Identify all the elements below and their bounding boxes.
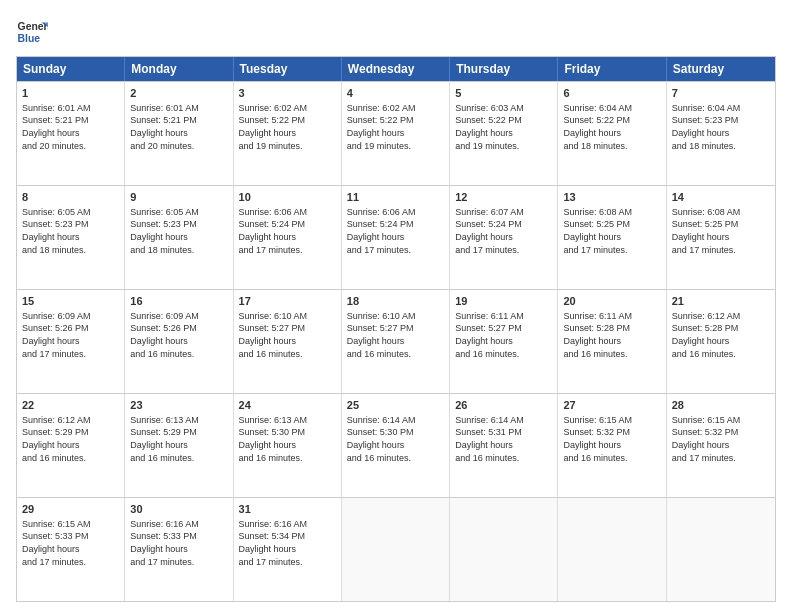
cal-cell: 9Sunrise: 6:05 AMSunset: 5:23 PMDaylight… [125, 186, 233, 289]
day-number: 2 [130, 86, 227, 101]
day-number: 16 [130, 294, 227, 309]
day-number: 13 [563, 190, 660, 205]
cal-cell: 13Sunrise: 6:08 AMSunset: 5:25 PMDayligh… [558, 186, 666, 289]
cal-cell: 3Sunrise: 6:02 AMSunset: 5:22 PMDaylight… [234, 82, 342, 185]
cal-cell: 1Sunrise: 6:01 AMSunset: 5:21 PMDaylight… [17, 82, 125, 185]
day-info: Sunrise: 6:09 AMSunset: 5:26 PMDaylight … [22, 310, 119, 360]
cal-cell: 18Sunrise: 6:10 AMSunset: 5:27 PMDayligh… [342, 290, 450, 393]
day-info: Sunrise: 6:07 AMSunset: 5:24 PMDaylight … [455, 206, 552, 256]
day-info: Sunrise: 6:04 AMSunset: 5:23 PMDaylight … [672, 102, 770, 152]
cal-cell: 26Sunrise: 6:14 AMSunset: 5:31 PMDayligh… [450, 394, 558, 497]
day-info: Sunrise: 6:11 AMSunset: 5:28 PMDaylight … [563, 310, 660, 360]
cal-cell: 7Sunrise: 6:04 AMSunset: 5:23 PMDaylight… [667, 82, 775, 185]
day-header-tuesday: Tuesday [234, 57, 342, 81]
day-number: 28 [672, 398, 770, 413]
day-info: Sunrise: 6:13 AMSunset: 5:29 PMDaylight … [130, 414, 227, 464]
cal-cell: 29Sunrise: 6:15 AMSunset: 5:33 PMDayligh… [17, 498, 125, 601]
day-header-wednesday: Wednesday [342, 57, 450, 81]
day-info: Sunrise: 6:05 AMSunset: 5:23 PMDaylight … [22, 206, 119, 256]
cal-cell: 15Sunrise: 6:09 AMSunset: 5:26 PMDayligh… [17, 290, 125, 393]
day-number: 25 [347, 398, 444, 413]
cal-cell: 27Sunrise: 6:15 AMSunset: 5:32 PMDayligh… [558, 394, 666, 497]
day-number: 22 [22, 398, 119, 413]
cal-cell: 25Sunrise: 6:14 AMSunset: 5:30 PMDayligh… [342, 394, 450, 497]
day-info: Sunrise: 6:12 AMSunset: 5:29 PMDaylight … [22, 414, 119, 464]
svg-text:Blue: Blue [18, 33, 41, 44]
day-info: Sunrise: 6:04 AMSunset: 5:22 PMDaylight … [563, 102, 660, 152]
day-info: Sunrise: 6:10 AMSunset: 5:27 PMDaylight … [239, 310, 336, 360]
cal-cell: 20Sunrise: 6:11 AMSunset: 5:28 PMDayligh… [558, 290, 666, 393]
day-header-sunday: Sunday [17, 57, 125, 81]
cal-cell [450, 498, 558, 601]
day-number: 23 [130, 398, 227, 413]
week-row-4: 22Sunrise: 6:12 AMSunset: 5:29 PMDayligh… [17, 393, 775, 497]
day-info: Sunrise: 6:11 AMSunset: 5:27 PMDaylight … [455, 310, 552, 360]
day-number: 3 [239, 86, 336, 101]
day-number: 4 [347, 86, 444, 101]
day-header-thursday: Thursday [450, 57, 558, 81]
cal-cell: 21Sunrise: 6:12 AMSunset: 5:28 PMDayligh… [667, 290, 775, 393]
cal-cell: 23Sunrise: 6:13 AMSunset: 5:29 PMDayligh… [125, 394, 233, 497]
cal-cell: 11Sunrise: 6:06 AMSunset: 5:24 PMDayligh… [342, 186, 450, 289]
day-info: Sunrise: 6:13 AMSunset: 5:30 PMDaylight … [239, 414, 336, 464]
day-number: 30 [130, 502, 227, 517]
week-row-3: 15Sunrise: 6:09 AMSunset: 5:26 PMDayligh… [17, 289, 775, 393]
day-number: 29 [22, 502, 119, 517]
day-number: 20 [563, 294, 660, 309]
cal-cell: 5Sunrise: 6:03 AMSunset: 5:22 PMDaylight… [450, 82, 558, 185]
day-number: 24 [239, 398, 336, 413]
day-number: 12 [455, 190, 552, 205]
day-number: 21 [672, 294, 770, 309]
day-number: 14 [672, 190, 770, 205]
cal-cell: 14Sunrise: 6:08 AMSunset: 5:25 PMDayligh… [667, 186, 775, 289]
cal-cell: 30Sunrise: 6:16 AMSunset: 5:33 PMDayligh… [125, 498, 233, 601]
day-header-monday: Monday [125, 57, 233, 81]
cal-cell: 17Sunrise: 6:10 AMSunset: 5:27 PMDayligh… [234, 290, 342, 393]
day-info: Sunrise: 6:05 AMSunset: 5:23 PMDaylight … [130, 206, 227, 256]
week-row-5: 29Sunrise: 6:15 AMSunset: 5:33 PMDayligh… [17, 497, 775, 601]
cal-cell: 6Sunrise: 6:04 AMSunset: 5:22 PMDaylight… [558, 82, 666, 185]
cal-cell: 19Sunrise: 6:11 AMSunset: 5:27 PMDayligh… [450, 290, 558, 393]
day-header-friday: Friday [558, 57, 666, 81]
day-info: Sunrise: 6:08 AMSunset: 5:25 PMDaylight … [672, 206, 770, 256]
day-number: 18 [347, 294, 444, 309]
day-header-saturday: Saturday [667, 57, 775, 81]
day-number: 1 [22, 86, 119, 101]
day-number: 6 [563, 86, 660, 101]
day-info: Sunrise: 6:14 AMSunset: 5:31 PMDaylight … [455, 414, 552, 464]
cal-cell: 4Sunrise: 6:02 AMSunset: 5:22 PMDaylight… [342, 82, 450, 185]
day-info: Sunrise: 6:01 AMSunset: 5:21 PMDaylight … [130, 102, 227, 152]
day-number: 7 [672, 86, 770, 101]
cal-cell: 28Sunrise: 6:15 AMSunset: 5:32 PMDayligh… [667, 394, 775, 497]
day-number: 10 [239, 190, 336, 205]
day-info: Sunrise: 6:10 AMSunset: 5:27 PMDaylight … [347, 310, 444, 360]
week-row-1: 1Sunrise: 6:01 AMSunset: 5:21 PMDaylight… [17, 81, 775, 185]
day-info: Sunrise: 6:06 AMSunset: 5:24 PMDaylight … [239, 206, 336, 256]
cal-cell: 31Sunrise: 6:16 AMSunset: 5:34 PMDayligh… [234, 498, 342, 601]
day-info: Sunrise: 6:06 AMSunset: 5:24 PMDaylight … [347, 206, 444, 256]
day-number: 31 [239, 502, 336, 517]
cal-cell: 16Sunrise: 6:09 AMSunset: 5:26 PMDayligh… [125, 290, 233, 393]
logo-icon: General Blue [16, 16, 48, 48]
day-number: 8 [22, 190, 119, 205]
day-info: Sunrise: 6:14 AMSunset: 5:30 PMDaylight … [347, 414, 444, 464]
day-number: 9 [130, 190, 227, 205]
calendar: SundayMondayTuesdayWednesdayThursdayFrid… [16, 56, 776, 602]
cal-cell: 10Sunrise: 6:06 AMSunset: 5:24 PMDayligh… [234, 186, 342, 289]
calendar-header: SundayMondayTuesdayWednesdayThursdayFrid… [17, 57, 775, 81]
day-info: Sunrise: 6:01 AMSunset: 5:21 PMDaylight … [22, 102, 119, 152]
day-number: 26 [455, 398, 552, 413]
day-info: Sunrise: 6:02 AMSunset: 5:22 PMDaylight … [347, 102, 444, 152]
cal-cell: 22Sunrise: 6:12 AMSunset: 5:29 PMDayligh… [17, 394, 125, 497]
day-info: Sunrise: 6:15 AMSunset: 5:33 PMDaylight … [22, 518, 119, 568]
day-info: Sunrise: 6:02 AMSunset: 5:22 PMDaylight … [239, 102, 336, 152]
cal-cell [558, 498, 666, 601]
day-number: 17 [239, 294, 336, 309]
day-info: Sunrise: 6:16 AMSunset: 5:34 PMDaylight … [239, 518, 336, 568]
day-info: Sunrise: 6:09 AMSunset: 5:26 PMDaylight … [130, 310, 227, 360]
day-info: Sunrise: 6:15 AMSunset: 5:32 PMDaylight … [563, 414, 660, 464]
page: General Blue SundayMondayTuesdayWednesda… [0, 0, 792, 612]
cal-cell [667, 498, 775, 601]
day-number: 27 [563, 398, 660, 413]
day-number: 19 [455, 294, 552, 309]
